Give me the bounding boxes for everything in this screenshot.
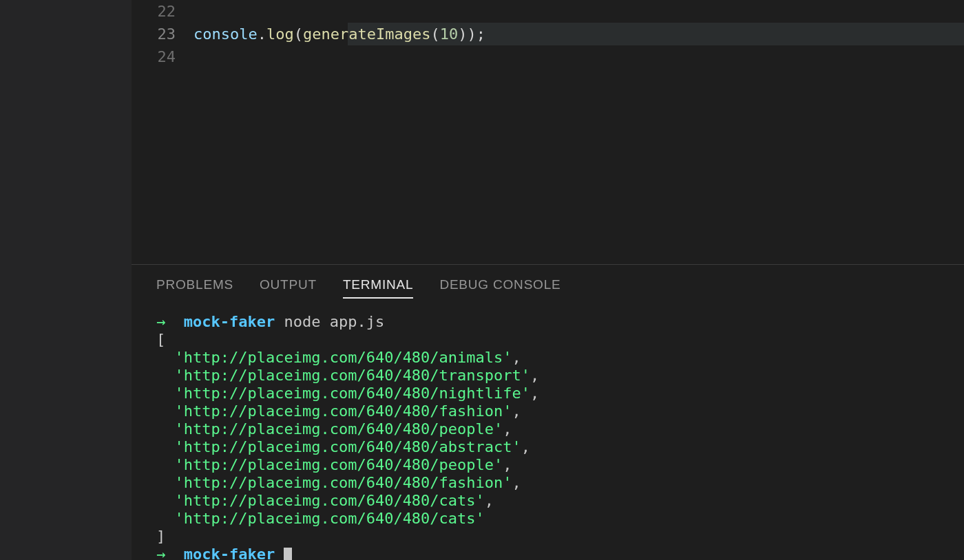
- terminal-output-line: 'http://placeimg.com/640/480/transport',: [156, 367, 939, 385]
- panel-tab-output[interactable]: OUTPUT: [260, 277, 317, 298]
- editor-line[interactable]: 22: [132, 0, 964, 23]
- terminal-output-line: 'http://placeimg.com/640/480/animals',: [156, 349, 939, 367]
- terminal-output-line: 'http://placeimg.com/640/480/cats': [156, 510, 939, 528]
- bottom-panel: PROBLEMSOUTPUTTERMINALDEBUG CONSOLE → mo…: [132, 264, 964, 560]
- prompt-arrow-icon: →: [156, 313, 165, 330]
- activity-bar: [0, 0, 132, 560]
- editor-line[interactable]: 24: [132, 45, 964, 68]
- prompt-arrow-icon: →: [156, 546, 165, 560]
- terminal-output-line: 'http://placeimg.com/640/480/cats',: [156, 492, 939, 510]
- app-layout: 2223console.log(generateImages(10));24 P…: [0, 0, 964, 560]
- prompt-directory: mock-faker: [184, 546, 275, 560]
- line-number: 23: [132, 23, 193, 45]
- terminal-output-line: 'http://placeimg.com/640/480/fashion',: [156, 474, 939, 492]
- line-number: 22: [132, 0, 193, 23]
- panel-tabs: PROBLEMSOUTPUTTERMINALDEBUG CONSOLE: [132, 265, 964, 303]
- terminal-cursor[interactable]: [284, 548, 292, 560]
- terminal-command: node app.js: [284, 313, 384, 330]
- line-number: 24: [132, 45, 193, 68]
- terminal-output-line: [: [156, 331, 939, 349]
- terminal-output-line: ]: [156, 528, 939, 546]
- terminal-output[interactable]: → mock-faker node app.js[ 'http://placei…: [132, 303, 964, 560]
- panel-tab-debug-console[interactable]: DEBUG CONSOLE: [439, 277, 560, 298]
- terminal-prompt-line[interactable]: → mock-faker: [156, 546, 939, 560]
- panel-tab-terminal[interactable]: TERMINAL: [343, 277, 413, 298]
- terminal-output-line: 'http://placeimg.com/640/480/fashion',: [156, 402, 939, 420]
- panel-tab-problems[interactable]: PROBLEMS: [156, 277, 233, 298]
- terminal-output-line: 'http://placeimg.com/640/480/nightlife',: [156, 385, 939, 402]
- terminal-output-line: 'http://placeimg.com/640/480/abstract',: [156, 438, 939, 456]
- prompt-directory: mock-faker: [184, 313, 275, 330]
- main-area: 2223console.log(generateImages(10));24 P…: [132, 0, 964, 560]
- editor-line[interactable]: 23console.log(generateImages(10));: [132, 23, 964, 45]
- terminal-prompt-line: → mock-faker node app.js: [156, 313, 939, 331]
- terminal-output-line: 'http://placeimg.com/640/480/people',: [156, 420, 939, 438]
- line-code[interactable]: console.log(generateImages(10));: [193, 23, 964, 45]
- code-editor[interactable]: 2223console.log(generateImages(10));24: [132, 0, 964, 264]
- terminal-output-line: 'http://placeimg.com/640/480/people',: [156, 456, 939, 474]
